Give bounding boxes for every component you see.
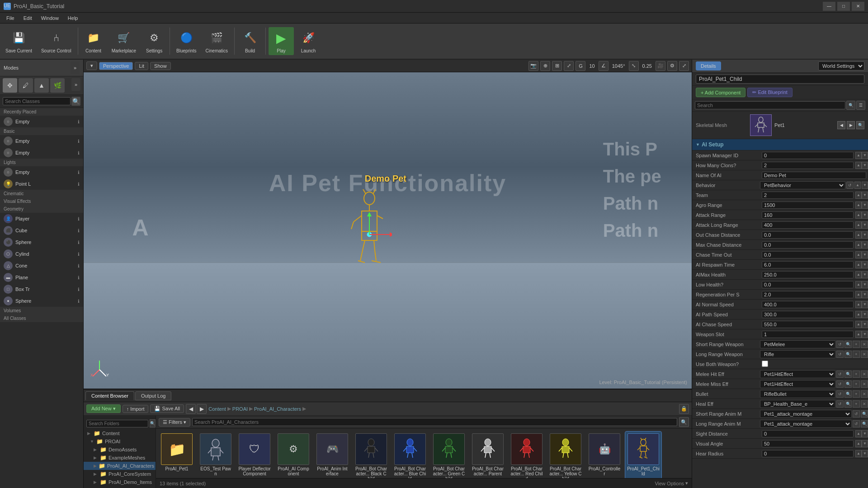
max-health-input[interactable] — [762, 271, 854, 278]
breadcrumb-content[interactable]: Content — [208, 406, 226, 412]
prop-down-hear[interactable]: ▼ — [862, 450, 868, 457]
long-weapon-add[interactable]: + — [853, 351, 860, 358]
asset-item-yellow-child[interactable]: ProAI_Bot Character... Yellow Child — [547, 432, 584, 478]
long-weapon-reset[interactable]: ↺ — [836, 351, 844, 358]
prop-up-attack-range[interactable]: ▲ — [855, 211, 862, 219]
asset-item-red-child[interactable]: ProAI_Bot Character... Red Child — [509, 432, 545, 478]
prop-down-clons[interactable]: ▼ — [862, 162, 868, 169]
breadcrumb-proai[interactable]: PROAI — [232, 406, 248, 412]
prop-up-sight[interactable]: ▲ — [855, 430, 862, 437]
prop-up-weapon-slot[interactable]: ▲ — [855, 331, 862, 338]
prop-up-hear[interactable]: ▲ — [855, 450, 862, 457]
asset-item-proai-pet1-folder[interactable]: 📁 ProAI_Pet1 — [159, 432, 195, 478]
prop-down-low-health[interactable]: ▼ — [862, 281, 868, 288]
prop-up-agro[interactable]: ▲ — [855, 202, 862, 209]
folder-item-coresystem[interactable]: ▶ 📁 ProAI_CoreSystem — [84, 470, 156, 478]
menu-file[interactable]: File — [2, 14, 19, 22]
minimize-button[interactable]: — — [823, 2, 835, 11]
scale-icon[interactable]: ⤡ — [629, 61, 639, 71]
rp-search-input[interactable] — [695, 101, 845, 109]
launch-button[interactable]: 🚀 Launch — [296, 27, 321, 55]
viewport[interactable]: AI Pet Functionality This P The pe Path … — [84, 72, 692, 389]
mode-more-icon[interactable]: » — [71, 78, 80, 91]
save-all-button[interactable]: 💾 Save All — [150, 404, 184, 413]
bullet-reset[interactable]: ↺ — [836, 390, 844, 398]
angle-icon[interactable]: ∠ — [599, 61, 609, 71]
list-item[interactable]: 👤 Player ℹ — [0, 213, 83, 225]
team-input[interactable] — [762, 192, 854, 199]
melee-hit-search[interactable]: 🔍 — [844, 371, 852, 378]
long-weapon-dropdown[interactable]: Rifle — [760, 350, 835, 358]
chase-speed-input[interactable] — [762, 321, 854, 328]
bullet-add[interactable]: + — [853, 390, 860, 398]
hear-input[interactable] — [762, 450, 854, 457]
list-item[interactable]: 💡 Point L ℹ — [0, 178, 83, 190]
asset-item-blue-child[interactable]: ProAI_Bot Character... Blue Child — [392, 432, 428, 478]
asset-item-eos-test-pawn[interactable]: EOS_Test Pawn — [198, 432, 234, 478]
recently-placed-header[interactable]: Recently Placed — [0, 108, 83, 116]
short-anim-reset[interactable]: ↺ — [853, 410, 860, 418]
dropdown-icon[interactable]: ▾ — [86, 61, 97, 70]
world-settings-dropdown[interactable]: World Settings — [818, 61, 864, 70]
prop-down-visual-angle[interactable]: ▼ — [862, 440, 868, 447]
long-anim-reset[interactable]: ↺ — [853, 420, 860, 427]
short-weapon-add[interactable]: + — [853, 341, 860, 348]
edit-blueprint-button[interactable]: ✏ Edit Blueprint — [747, 88, 792, 97]
prop-up-respawn[interactable]: ▲ — [855, 261, 862, 268]
prop-up-out-chase[interactable]: ▲ — [855, 231, 862, 239]
max-chase-input[interactable] — [762, 241, 854, 249]
volumes-header[interactable]: Volumes — [0, 307, 83, 314]
folder-item-proai-ai-characters[interactable]: ▶ 📁 ProAI_AI_Characters — [84, 462, 156, 470]
weapon-slot-input[interactable] — [762, 331, 854, 338]
list-item[interactable]: ▬ Plane ℹ — [0, 272, 83, 283]
prop-down-respawn[interactable]: ▼ — [862, 261, 868, 268]
rp-filter-button[interactable]: ☰ — [856, 101, 865, 110]
long-weapon-search[interactable]: 🔍 — [844, 351, 852, 358]
heal-eff-reset[interactable]: ↺ — [836, 400, 844, 408]
build-button[interactable]: 🔨 Build — [237, 27, 263, 55]
vp-expand-icon[interactable]: ⤢ — [679, 61, 689, 71]
asset-item-anim-interface[interactable]: 🎮 ProAI_Anim Interface — [314, 432, 350, 478]
view-options-button[interactable]: View Options ▾ — [655, 480, 688, 486]
heal-eff-dropdown[interactable]: BP_Health_Base_e — [760, 400, 835, 408]
marketplace-button[interactable]: 🛒 Marketplace — [108, 27, 140, 55]
all-classes-header[interactable]: All Classes — [0, 314, 83, 322]
menu-window[interactable]: Window — [37, 14, 63, 22]
short-anim-search[interactable]: 🔍 — [861, 410, 868, 418]
behavior-up[interactable]: ▲ — [854, 182, 861, 189]
list-item[interactable]: ⬡ Cylind ℹ — [0, 248, 83, 260]
list-item[interactable]: ● Sphere ℹ — [0, 295, 83, 307]
settings-button[interactable]: ⚙ Settings — [142, 27, 167, 55]
modes-expand[interactable]: » — [71, 61, 80, 74]
melee-miss-search[interactable]: 🔍 — [844, 380, 852, 388]
list-item[interactable]: □ Box Tr ℹ — [0, 283, 83, 295]
content-button[interactable]: 📁 Content — [81, 27, 106, 55]
prop-down-path-speed[interactable]: ▼ — [862, 311, 868, 318]
cinematics-button[interactable]: 🎬 Cinematics — [202, 27, 231, 55]
folder-item-demoassets[interactable]: ▶ 📁 DemoAssets — [84, 446, 156, 454]
prop-down-max-health[interactable]: ▼ — [862, 271, 868, 278]
long-anim-dropdown[interactable]: Pet1_attack_montage — [760, 420, 852, 428]
behavior-reset[interactable]: ↺ — [846, 182, 854, 189]
cb-back-button[interactable]: ◀ — [186, 404, 196, 414]
respawn-input[interactable] — [762, 261, 854, 268]
show-button[interactable]: Show — [150, 62, 171, 70]
import-button[interactable]: ↑ Import — [123, 405, 149, 413]
lights-header[interactable]: Lights — [0, 159, 83, 166]
source-control-button[interactable]: ⑃ Source Control — [38, 27, 75, 55]
prop-up-regen[interactable]: ▲ — [855, 291, 862, 298]
low-health-input[interactable] — [762, 281, 854, 288]
close-button[interactable]: ✕ — [852, 2, 864, 11]
prop-up-clons[interactable]: ▲ — [855, 162, 862, 169]
asset-item-controller[interactable]: 🤖 ProAI_Controller — [586, 432, 623, 478]
prop-down-spawn-manager[interactable]: ▼ — [862, 152, 868, 159]
lit-button[interactable]: Lit — [135, 62, 148, 70]
asset-item-player-deflector[interactable]: 🛡 Player Deflector Component — [236, 432, 273, 478]
breadcrumb-proai-ai-characters[interactable]: ProAI_AI_Characters — [254, 406, 301, 412]
prop-down-chase-timeout[interactable]: ▼ — [862, 251, 868, 258]
long-weapon-remove[interactable]: ✕ — [861, 351, 868, 358]
sm-back-button[interactable]: ◀ — [837, 121, 845, 129]
melee-miss-add[interactable]: + — [853, 380, 860, 388]
list-item[interactable]: ⚫ Sphere ℹ — [0, 236, 83, 248]
tab-content-browser[interactable]: Content Browser — [85, 391, 134, 400]
